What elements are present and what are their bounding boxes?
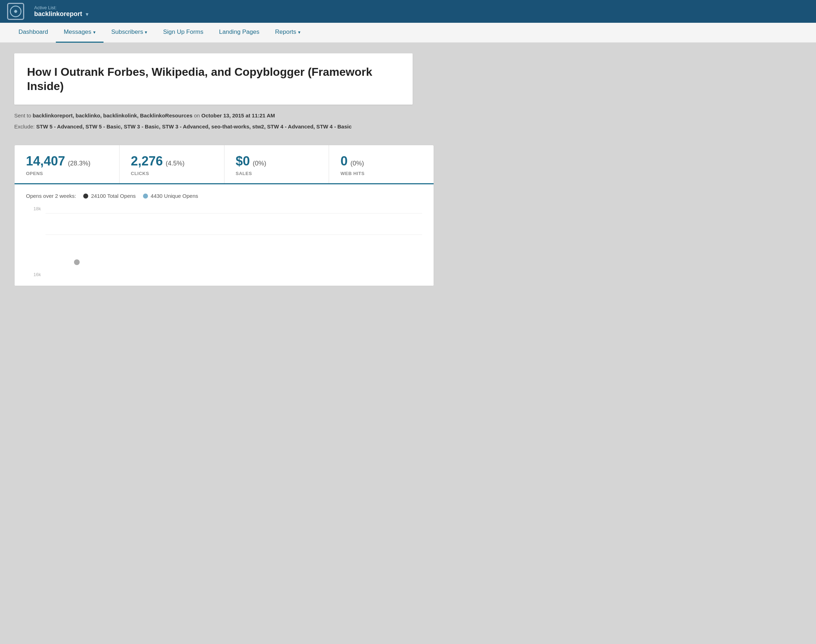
message-title-card: How I Outrank Forbes, Wikipedia, and Cop… [14,54,413,104]
logo-area: Active List: backlinkoreport ▾ [7,3,88,20]
y-label-18k: 18k [34,206,41,212]
web-hits-number: 0 [340,154,348,169]
nav-item-messages[interactable]: Messages ▾ [56,23,103,43]
active-list-area: Active List: backlinkoreport ▾ [34,5,88,18]
chart-title: Opens over 2 weeks: [26,193,76,199]
exclude-line: Exclude: STW 5 - Advanced, STW 5 - Basic… [14,123,413,131]
messages-dropdown-icon: ▾ [93,29,96,35]
y-axis: 18k 16k [26,206,44,277]
opens-number: 14,407 [26,154,65,169]
chart-container: 18k 16k [26,206,422,277]
chart-plot [46,206,422,277]
legend-unique: 4430 Unique Opens [143,193,198,199]
nav-bar: Dashboard Messages ▾ Subscribers ▾ Sign … [0,23,816,43]
sales-number: $0 [236,154,250,169]
stats-row: 14,407 (28.3%) OPENS 2,276 (4.5%) CLICKS… [15,145,433,184]
nav-item-dashboard[interactable]: Dashboard [11,23,56,43]
clicks-label: CLICKS [131,171,213,176]
clicks-number: 2,276 [131,154,163,169]
app-logo [7,3,24,20]
clicks-percent: (4.5%) [166,160,185,167]
opens-label: OPENS [26,171,108,176]
stat-web-hits: 0 (0%) WEB HITS [329,145,433,183]
active-list-name[interactable]: backlinkoreport ▾ [34,10,88,18]
sent-to-line: Sent to backlinkoreport, backlinko, back… [14,112,413,120]
nav-item-signup-forms[interactable]: Sign Up Forms [155,23,211,43]
nav-item-landing-pages[interactable]: Landing Pages [211,23,267,43]
stat-sales: $0 (0%) SALES [225,145,329,183]
unique-opens-label: 4430 Unique Opens [151,193,198,199]
top-bar: Active List: backlinkoreport ▾ [0,0,816,23]
chart-legend: Opens over 2 weeks: 24100 Total Opens 44… [26,193,422,199]
sent-date: October 13, 2015 at 11:21 AM [201,112,275,118]
stat-opens: 14,407 (28.3%) OPENS [15,145,119,183]
web-hits-percent: (0%) [351,160,364,167]
grid-line-top [46,213,422,213]
active-list-label: Active List: [34,5,88,10]
svg-point-1 [15,10,17,12]
sent-to-lists: backlinkoreport, backlinko, backlinkolin… [33,112,193,118]
message-meta: Sent to backlinkoreport, backlinko, back… [14,104,413,134]
grid-line-bottom [46,235,422,235]
unique-opens-dot-icon [143,193,148,199]
message-title: How I Outrank Forbes, Wikipedia, and Cop… [27,65,400,93]
legend-total: 24100 Total Opens [83,193,136,199]
web-hits-label: WEB HITS [340,171,422,176]
active-list-dropdown-icon[interactable]: ▾ [86,11,88,17]
total-opens-dot-icon [83,193,88,199]
exclude-lists: STW 5 - Advanced, STW 5 - Basic, STW 3 -… [36,123,352,129]
chart-area: Opens over 2 weeks: 24100 Total Opens 44… [15,184,433,286]
main-content: How I Outrank Forbes, Wikipedia, and Cop… [0,43,816,297]
subscribers-dropdown-icon: ▾ [145,29,147,35]
nav-item-subscribers[interactable]: Subscribers ▾ [104,23,155,43]
opens-percent: (28.3%) [68,160,90,167]
y-label-16k: 16k [34,272,41,277]
sales-percent: (0%) [253,160,266,167]
sales-label: SALES [236,171,318,176]
nav-item-reports[interactable]: Reports ▾ [267,23,308,43]
chart-data-point [74,259,80,265]
stat-clicks: 2,276 (4.5%) CLICKS [119,145,225,183]
stats-card: 14,407 (28.3%) OPENS 2,276 (4.5%) CLICKS… [14,145,434,286]
total-opens-label: 24100 Total Opens [91,193,136,199]
reports-dropdown-icon: ▾ [298,29,300,35]
